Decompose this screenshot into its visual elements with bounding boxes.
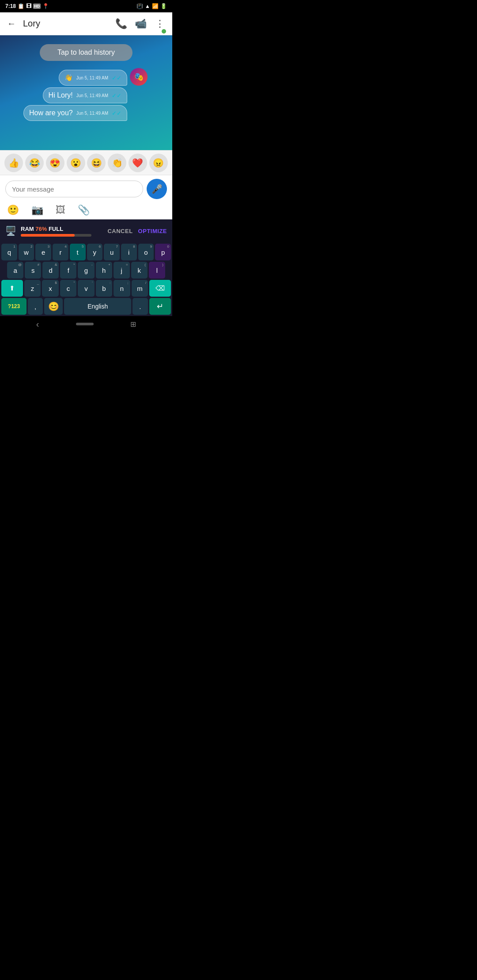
ram-progress-background [21,234,91,237]
key-g[interactable]: -g [78,262,94,279]
num123-key[interactable]: ?123 [1,298,26,315]
key-u[interactable]: 7u [104,244,120,260]
key-w[interactable]: 2w [19,244,34,260]
key-n[interactable]: ;n [114,280,130,297]
signal-icon: 📶 [152,3,159,9]
key-a[interactable]: @a [7,262,23,279]
cancel-button[interactable]: CANCEL [107,228,132,234]
status-right: 📳 ▲ 📶 🔋 [136,3,167,9]
keyboard-row-bottom: ?123 , 😊 English . ↵ [0,297,172,316]
battery-icon: 🔋 [160,3,167,9]
key-p[interactable]: 0p [155,244,171,260]
check-mark-icon: ✓✓ [112,92,121,99]
key-l[interactable]: )l [149,262,165,279]
avatar-icon: 🎭 [134,72,144,82]
key-k[interactable]: (k [131,262,148,279]
ram-info: RAM 76% FULL [21,226,103,237]
emoji-angry[interactable]: 😠 [149,154,168,172]
key-j[interactable]: =j [114,262,130,279]
time: 7:18 [5,3,16,9]
enter-key[interactable]: ↵ [149,298,171,315]
message-text: How are you? [29,109,73,117]
message-bubble: How are you? Jun 5, 11:49 AM ✓✓ [23,105,127,121]
message-time: Jun 5, 11:49 AM [76,111,108,116]
emoji-clapping[interactable]: 👏 [108,154,126,172]
key-t[interactable]: 5t [70,244,86,260]
hd-icon: HD [33,4,41,9]
key-c[interactable]: "c [60,280,77,297]
back-arrow-icon: ← [7,19,16,29]
chat-area: Tap to load history 👋 Jun 5, 11:49 AM ✓✓… [0,35,172,150]
emoji-grinning[interactable]: 😆 [87,154,106,172]
location-icon: 📍 [42,3,49,9]
backspace-key[interactable]: ⌫ [149,280,171,297]
mic-icon: 🎤 [151,184,163,194]
video-icon: 📹 [135,18,147,30]
key-m[interactable]: /m [132,280,148,297]
key-x[interactable]: $x [42,280,59,297]
nav-grid-button[interactable]: ⊞ [130,320,136,328]
emoji-quick-bar: 👍 😂 😍 😮 😆 👏 ❤️ 😠 [0,150,172,175]
emoji-hearteyes[interactable]: 😍 [46,154,64,172]
key-b[interactable]: :b [96,280,113,297]
camera-button[interactable]: 📷 [31,204,43,216]
key-e[interactable]: 3e [35,244,51,260]
video-call-button[interactable]: 📹 [132,15,149,33]
message-time: Jun 5, 11:49 AM [76,75,108,80]
space-key[interactable]: English [64,298,131,315]
tap-load-history-button[interactable]: Tap to load history [40,44,132,61]
key-v[interactable]: 'v [78,280,95,297]
optimize-button[interactable]: OPTIMIZE [138,228,167,234]
more-button[interactable]: ⋮ [151,15,169,33]
ram-text: RAM 76% FULL [21,226,103,232]
period-key[interactable]: . [132,298,148,315]
comma-key[interactable]: , [28,298,43,315]
nav-home-indicator[interactable] [76,323,94,325]
top-bar: ← Lory 📞 📹 ⋮ [0,12,172,35]
emoji-keyboard-key[interactable]: 😊 [44,298,63,315]
key-y[interactable]: 6y [87,244,103,260]
keyboard: 1q 2w 3e 4r 5t 6y 7u 8i 9o 0p @a #s &d *… [0,242,172,316]
key-d[interactable]: &d [42,262,59,279]
status-bar: 7:18 📋 🎞 HD 📍 📳 ▲ 📶 🔋 [0,0,172,12]
mic-button[interactable]: 🎤 [147,179,167,199]
message-text: 👋 [64,74,73,82]
key-r[interactable]: 4r [53,244,68,260]
message-input[interactable] [5,181,143,197]
call-button[interactable]: 📞 [112,15,130,33]
phone-icon: 📞 [115,18,127,30]
message-time: Jun 5, 11:49 AM [76,93,108,98]
keyboard-row-1: 1q 2w 3e 4r 5t 6y 7u 8i 9o 0p [0,242,172,260]
key-h[interactable]: +h [96,262,112,279]
ram-percent: 76% [35,226,47,232]
key-o[interactable]: 9o [138,244,154,260]
online-indicator [162,29,166,34]
ram-full-label: FULL [49,226,63,232]
ram-progress-fill [21,234,75,237]
gallery-button[interactable]: 🖼 [56,204,65,216]
wifi-icon: ▲ [145,3,150,9]
emoji-heart[interactable]: ❤️ [129,154,147,172]
camera-status-icon: 🎞 [26,3,31,9]
back-button[interactable]: ← [4,16,19,32]
key-q[interactable]: 1q [1,244,17,260]
shift-key[interactable]: ⬆ [1,280,23,297]
input-area: 🎤 [0,175,172,203]
emoji-laughing[interactable]: 😂 [25,154,44,172]
vibrate-icon: 📳 [136,3,143,9]
key-s[interactable]: #s [25,262,41,279]
emoji-button[interactable]: 🙂 [7,204,19,216]
ram-bar: 🖥️ RAM 76% FULL CANCEL OPTIMIZE [0,219,172,242]
emoji-thumbsup[interactable]: 👍 [4,154,23,172]
nav-back-button[interactable]: ‹ [36,319,39,329]
emoji-surprised[interactable]: 😮 [67,154,85,172]
attachment-button[interactable]: 📎 [78,204,90,216]
message-bubble: 👋 Jun 5, 11:49 AM ✓✓ [59,70,127,86]
table-row: 👋 Jun 5, 11:49 AM ✓✓ 🎭 [59,68,148,86]
key-z[interactable]: _z [24,280,41,297]
status-left: 7:18 📋 🎞 HD 📍 [5,3,49,9]
key-i[interactable]: 8i [121,244,137,260]
table-row: How are you? Jun 5, 11:49 AM ✓✓ [23,105,148,121]
keyboard-row-3: ⬆ _z $x "c 'v :b ;n /m ⌫ [0,279,172,297]
key-f[interactable]: *f [60,262,76,279]
